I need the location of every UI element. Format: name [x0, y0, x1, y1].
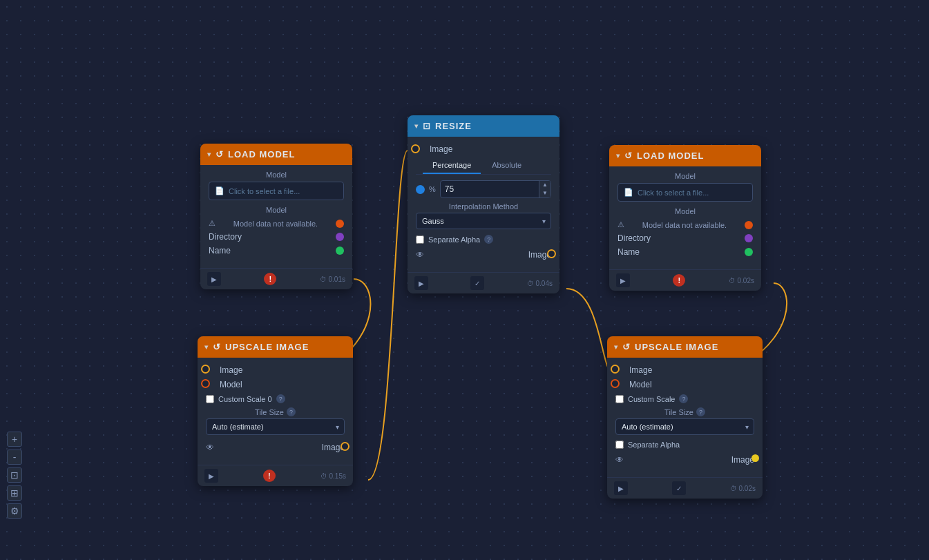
- tile-size-select-wrap: Auto (estimate) 128 256 512 ▾: [206, 418, 345, 435]
- tile-size-select-r[interactable]: Auto (estimate) 128 256 512: [615, 418, 754, 435]
- interp-select[interactable]: Gauss Lanczos Bilinear Bicubic: [416, 213, 551, 229]
- model-placeholder: Click to select a file...: [229, 187, 300, 195]
- upscale-left-node: ▾ ↺ UPSCALE IMAGE Image Model Custom Sca…: [198, 336, 353, 486]
- spin-down[interactable]: ▼: [539, 189, 550, 197]
- upscale-right-node: ▾ ↺ UPSCALE IMAGE Image Model Custom Sca…: [607, 336, 763, 499]
- tile-size-select[interactable]: Auto (estimate) 128 256 512: [206, 418, 345, 435]
- load-model-right-node: ▾ ↺ LOAD MODEL Model 📄 Click to select a…: [609, 145, 761, 291]
- name-label-r: Name: [617, 247, 640, 257]
- resize-time: ⏱ 0.04s: [527, 280, 553, 287]
- model-file-input-r[interactable]: 📄 Click to select a file...: [617, 183, 753, 202]
- model-placeholder-r: Click to select a file...: [638, 189, 709, 197]
- model-file-input[interactable]: 📄 Click to select a file...: [209, 182, 344, 200]
- collapse-chevron[interactable]: ▾: [207, 151, 211, 158]
- upscale-right-footer: ▶ ✓ ⏱ 0.02s: [607, 477, 763, 499]
- sep-alpha-checkbox[interactable]: [416, 235, 424, 244]
- custom-scale-help-r[interactable]: ?: [679, 394, 688, 403]
- name-label: Name: [209, 246, 231, 255]
- tab-percentage[interactable]: Percentage: [423, 157, 481, 174]
- tab-absolute[interactable]: Absolute: [482, 157, 531, 174]
- directory-row-r: Directory: [617, 231, 753, 245]
- resize-header: ▾ ⊡ RESIZE: [408, 115, 559, 137]
- zoom-grid[interactable]: ⊞: [7, 485, 22, 501]
- custom-scale-checkbox-r[interactable]: [615, 395, 624, 403]
- upscale-r-image-in-dot: [611, 365, 620, 374]
- tile-size-label-r: Tile Size: [664, 408, 693, 416]
- load-model-right-header: ▾ ↺ LOAD MODEL: [609, 145, 761, 166]
- eye-icon[interactable]: 👁: [416, 250, 424, 260]
- tile-size-label-row-r: Tile Size ?: [615, 407, 754, 416]
- name-dot: [336, 247, 344, 255]
- upscale-left-play[interactable]: ▶: [204, 469, 218, 483]
- sep-alpha-help[interactable]: ?: [484, 235, 493, 244]
- resize-image-input-row: Image: [416, 142, 551, 155]
- resize-check-btn[interactable]: ✓: [470, 276, 484, 290]
- upscale-left-image-out-row: 👁 Image: [206, 441, 345, 454]
- upscale-r-model-label: Model: [622, 380, 652, 389]
- percent-row: % 75 ▲ ▼: [416, 180, 551, 198]
- percent-input[interactable]: 75: [441, 182, 539, 197]
- upscale-left-image-row: Image: [206, 363, 345, 376]
- resize-tabs: Percentage Absolute: [416, 157, 551, 175]
- tile-size-help[interactable]: ?: [287, 407, 296, 416]
- custom-scale-checkbox[interactable]: [206, 395, 214, 403]
- tile-size-select-wrap-r: Auto (estimate) 128 256 512 ▾: [615, 418, 754, 435]
- sep-alpha-row-r: Separate Alpha: [615, 441, 754, 449]
- upscale-left-time: ⏱ 0.15s: [320, 472, 346, 480]
- model-label2-r: Model: [617, 207, 753, 215]
- interp-label: Interpolation Method: [416, 202, 551, 211]
- upscale-right-eye[interactable]: 👁: [615, 455, 624, 465]
- interp-select-wrap: Gauss Lanczos Bilinear Bicubic ▾: [416, 213, 551, 229]
- model-label: Model: [209, 171, 344, 179]
- directory-dot-r: [745, 234, 753, 242]
- upscale-right-header: ▾ ↺ UPSCALE IMAGE: [607, 336, 763, 358]
- load-model-right-title: LOAD MODEL: [637, 151, 704, 161]
- collapse-chevron-right[interactable]: ▾: [616, 152, 620, 160]
- model-label-r: Model: [617, 172, 753, 180]
- zoom-settings[interactable]: ⚙: [7, 503, 22, 519]
- play-button[interactable]: ▶: [207, 272, 221, 286]
- upscale-left-reload-icon: ↺: [213, 342, 221, 352]
- load-model-left-header: ▾ ↺ LOAD MODEL: [200, 144, 352, 165]
- upscale-r-image-out-label: Image: [731, 455, 754, 465]
- resize-title: RESIZE: [435, 121, 472, 131]
- zoom-plus[interactable]: +: [7, 432, 22, 447]
- upscale-right-image-row: Image: [615, 363, 754, 376]
- percent-input-wrap: 75 ▲ ▼: [440, 180, 551, 198]
- upscale-image-in-dot: [201, 365, 210, 374]
- upscale-left-title: UPSCALE IMAGE: [225, 342, 309, 352]
- upscale-left-chevron[interactable]: ▾: [204, 343, 209, 351]
- directory-row: Directory: [209, 230, 344, 244]
- document-icon: 📄: [215, 186, 224, 195]
- time-label-r: ⏱ 0.02s: [729, 277, 754, 284]
- zoom-fit[interactable]: ⊡: [7, 467, 22, 483]
- upscale-right-play[interactable]: ▶: [614, 481, 628, 495]
- upscale-left-image-out-dot: [341, 442, 349, 451]
- upscale-left-eye[interactable]: 👁: [206, 443, 214, 452]
- model-output-dot-r: [745, 221, 753, 229]
- upscale-right-image-out-row: 👁 Image: [615, 453, 754, 467]
- upscale-right-model-row: Model: [615, 378, 754, 390]
- resize-chevron[interactable]: ▾: [414, 122, 419, 130]
- tile-size-help-r[interactable]: ?: [696, 407, 705, 416]
- sep-alpha-checkbox-r[interactable]: [615, 441, 624, 449]
- percent-symbol: %: [429, 185, 436, 193]
- upscale-left-footer: ▶ ! ⏱ 0.15s: [198, 465, 353, 486]
- spin-buttons: ▲ ▼: [539, 181, 550, 197]
- zoom-minus[interactable]: -: [7, 450, 22, 465]
- model-not-available-text: Model data not available.: [233, 220, 318, 228]
- model-output-dot: [336, 220, 344, 228]
- directory-label: Directory: [209, 232, 242, 242]
- upscale-right-chevron[interactable]: ▾: [614, 343, 618, 351]
- model-not-available-row-r: ⚠ Model data not available.: [617, 218, 753, 231]
- document-icon-r: 📄: [624, 188, 633, 197]
- custom-scale-help[interactable]: ?: [276, 394, 285, 403]
- resize-play-btn[interactable]: ▶: [414, 276, 428, 290]
- sep-alpha-label: Separate Alpha: [428, 235, 480, 244]
- upscale-right-check[interactable]: ✓: [672, 481, 686, 495]
- play-button-r[interactable]: ▶: [616, 273, 630, 287]
- custom-scale-label-r: Custom Scale: [628, 395, 675, 403]
- spin-up[interactable]: ▲: [539, 181, 550, 189]
- upscale-r-model-in-dot: [611, 379, 620, 388]
- upscale-left-model-row: Model: [206, 378, 345, 390]
